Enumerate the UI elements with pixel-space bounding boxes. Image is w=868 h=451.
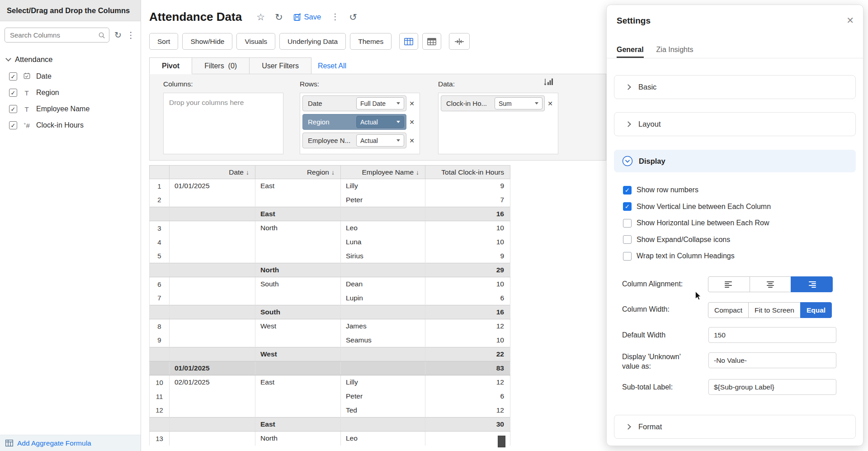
section-format[interactable]: Format <box>614 415 856 439</box>
display-option-label: Show Horizontal Line between Each Row <box>637 219 769 227</box>
cell-region: West <box>255 347 341 361</box>
column-width-equal-button[interactable]: Equal <box>800 302 832 318</box>
unknown-value-input[interactable] <box>708 352 836 368</box>
toolbar-button-show-hide[interactable]: Show/Hide <box>182 33 232 50</box>
chip[interactable]: Employee N...Actual <box>302 133 406 148</box>
sort-descending-icon: ↓ <box>331 169 335 176</box>
aggregation-select[interactable]: Actual <box>356 134 404 147</box>
kebab-menu-icon[interactable]: ⋮ <box>331 13 339 21</box>
toolbar-button-underlying-data[interactable]: Underlying Data <box>279 33 346 50</box>
close-icon[interactable]: ✕ <box>545 100 556 107</box>
checkbox-unchecked[interactable] <box>623 235 632 244</box>
pivot-data-chip-clock-in-ho[interactable]: Clock-in Ho...Sum✕ <box>441 95 556 111</box>
close-icon[interactable]: ✕ <box>406 100 417 107</box>
chip[interactable]: DateFull Date <box>302 95 406 111</box>
field-item-date[interactable]: ✓Date <box>4 68 138 85</box>
aggregation-select[interactable]: Actual <box>356 116 404 128</box>
favorite-star-icon[interactable]: ☆ <box>256 12 265 22</box>
aggregation-select[interactable]: Full Date <box>356 97 404 109</box>
page-title: Attendance Data <box>149 10 242 24</box>
field-item-employee-name[interactable]: ✓TEmployee Name <box>4 101 138 117</box>
close-icon[interactable]: ✕ <box>846 15 854 26</box>
rows-drop-zone[interactable]: DateFull Date✕RegionActual✕Employee N...… <box>300 93 420 154</box>
default-width-input[interactable] <box>708 327 836 343</box>
close-icon[interactable]: ✕ <box>406 119 417 126</box>
align-center-icon <box>766 281 775 288</box>
display-option-show-horizontal-line-between-each-row[interactable]: Show Horizontal Line between Each Row <box>623 216 853 230</box>
save-button[interactable]: Save <box>293 13 321 21</box>
cell-employee <box>341 207 425 221</box>
chip[interactable]: RegionActual <box>302 114 406 130</box>
align-left-button[interactable] <box>708 276 750 292</box>
checkbox-checked[interactable]: ✓ <box>9 121 17 129</box>
cell-num <box>150 418 170 432</box>
refresh-icon[interactable]: ↻ <box>275 12 283 22</box>
cell-region: East <box>255 207 341 221</box>
header-date[interactable]: Date↓ <box>170 166 255 179</box>
pivot-grid-blue-icon <box>404 38 413 45</box>
section-basic[interactable]: Basic <box>614 75 856 99</box>
tab-general[interactable]: General <box>617 41 644 58</box>
column-width-compact-button[interactable]: Compact <box>708 302 749 318</box>
pivot-row-chip-employee-n[interactable]: Employee N...Actual✕ <box>302 133 417 148</box>
tab-pivot[interactable]: Pivot <box>149 57 192 74</box>
vertical-scrollbar-thumb[interactable] <box>498 436 505 447</box>
sidebar-header: Select/Drag and Drop the Columns <box>0 0 141 21</box>
field-item-clock-in-hours[interactable]: ✓+#Clock-in Hours <box>4 117 138 133</box>
display-option-show-vertical-line-between-each-column[interactable]: ✓Show Vertical Line between Each Column <box>623 200 853 214</box>
field-item-region[interactable]: ✓TRegion <box>4 85 138 101</box>
chip[interactable]: Clock-in Ho...Sum <box>441 95 545 111</box>
tab-user-filters[interactable]: User Filters <box>249 57 311 74</box>
checkbox-checked[interactable]: ✓ <box>623 186 632 195</box>
tab-zia-insights[interactable]: Zia Insights <box>656 41 693 58</box>
checkbox-unchecked[interactable] <box>623 219 632 228</box>
fit-to-width-button[interactable] <box>449 33 470 50</box>
toolbar-button-themes[interactable]: Themes <box>350 33 392 50</box>
close-icon[interactable]: ✕ <box>406 137 417 144</box>
pivot-view-button[interactable] <box>399 33 418 50</box>
header-total-clock-in-hours[interactable]: Total Clock-in Hours <box>425 166 510 179</box>
toolbar-button-sort[interactable]: Sort <box>149 33 178 50</box>
cell-hours: 16 <box>425 207 510 221</box>
column-width-fit-to-screen-button[interactable]: Fit to Screen <box>748 302 801 318</box>
checkbox-checked[interactable]: ✓ <box>9 105 17 113</box>
toolbar-button-visuals[interactable]: Visuals <box>236 33 275 50</box>
table-row: 13NorthLeo6 <box>150 432 510 446</box>
toolbar: SortShow/HideVisualsUnderlying DataTheme… <box>149 33 470 50</box>
search-input-wrap[interactable] <box>5 28 109 43</box>
undo-icon[interactable]: ↺ <box>349 12 357 22</box>
settings-title: Settings <box>617 16 651 26</box>
tree-node-attendance[interactable]: Attendance <box>4 53 138 68</box>
unknown-value-label: Display 'Unknown' value as: <box>622 352 694 371</box>
toolbar-buttons: SortShow/HideVisualsUnderlying DataTheme… <box>149 33 392 50</box>
display-option-show-row-numbers[interactable]: ✓Show row numbers <box>623 183 853 197</box>
pivot-row-chip-date[interactable]: DateFull Date✕ <box>302 95 417 111</box>
data-drop-zone[interactable]: Clock-in Ho...Sum✕ <box>438 93 558 154</box>
sort-bars-icon[interactable] <box>544 78 553 88</box>
subtotal-label-input[interactable] <box>708 379 836 395</box>
align-center-button[interactable] <box>750 276 792 292</box>
tab-filters[interactable]: Filters (0) <box>192 57 250 74</box>
display-option-show-expand-collapse-icons[interactable]: Show Expand/Collapse icons <box>623 233 853 247</box>
reset-all-link[interactable]: Reset All <box>318 62 346 70</box>
pivot-row-chip-region[interactable]: RegionActual✕ <box>302 114 417 130</box>
display-option-wrap-text-in-column-headings[interactable]: Wrap text in Column Headings <box>623 249 853 263</box>
search-input[interactable] <box>5 28 109 42</box>
checkbox-checked[interactable]: ✓ <box>623 202 632 211</box>
header-region[interactable]: Region↓ <box>255 166 341 179</box>
cell-date: 02/01/2025 <box>170 375 255 389</box>
table-view-button[interactable] <box>422 33 441 50</box>
align-right-button[interactable] <box>791 276 833 292</box>
columns-drop-zone[interactable]: Drop your columns here <box>163 93 283 154</box>
section-layout[interactable]: Layout <box>614 112 856 136</box>
checkbox-unchecked[interactable] <box>623 252 632 261</box>
add-aggregate-formula-link[interactable]: Add Aggregate Formula <box>0 435 141 451</box>
field-label: Employee Name <box>36 105 90 113</box>
header-employee-name[interactable]: Employee Name↓ <box>341 166 425 179</box>
aggregation-select[interactable]: Sum <box>495 97 542 109</box>
more-options-icon[interactable]: ⋮ <box>127 31 135 39</box>
checkbox-checked[interactable]: ✓ <box>9 72 17 81</box>
section-display[interactable]: Display <box>614 150 856 172</box>
refresh-icon[interactable]: ↻ <box>114 31 122 39</box>
checkbox-checked[interactable]: ✓ <box>9 89 17 97</box>
